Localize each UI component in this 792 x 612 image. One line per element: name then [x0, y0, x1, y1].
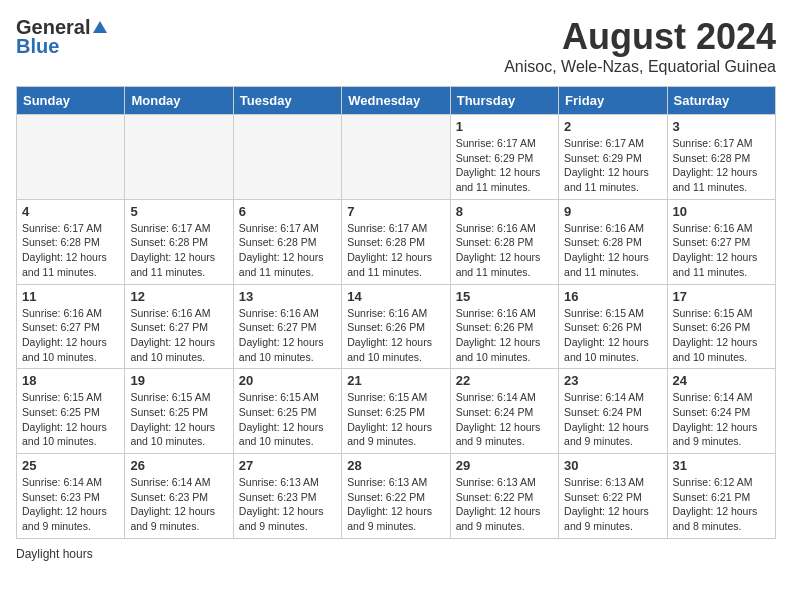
table-row: 11Sunrise: 6:16 AM Sunset: 6:27 PM Dayli…	[17, 284, 125, 369]
table-row	[342, 115, 450, 200]
day-info: Sunrise: 6:12 AM Sunset: 6:21 PM Dayligh…	[673, 475, 770, 534]
day-number: 26	[130, 458, 227, 473]
day-info: Sunrise: 6:17 AM Sunset: 6:28 PM Dayligh…	[673, 136, 770, 195]
day-number: 29	[456, 458, 553, 473]
table-row: 26Sunrise: 6:14 AM Sunset: 6:23 PM Dayli…	[125, 454, 233, 539]
day-info: Sunrise: 6:13 AM Sunset: 6:22 PM Dayligh…	[347, 475, 444, 534]
title-area: August 2024 Anisoc, Wele-Nzas, Equatoria…	[504, 16, 776, 76]
day-info: Sunrise: 6:14 AM Sunset: 6:24 PM Dayligh…	[456, 390, 553, 449]
day-info: Sunrise: 6:16 AM Sunset: 6:27 PM Dayligh…	[239, 306, 336, 365]
location: Anisoc, Wele-Nzas, Equatorial Guinea	[504, 58, 776, 76]
day-number: 9	[564, 204, 661, 219]
day-number: 30	[564, 458, 661, 473]
day-number: 4	[22, 204, 119, 219]
day-number: 13	[239, 289, 336, 304]
calendar-table: Sunday Monday Tuesday Wednesday Thursday…	[16, 86, 776, 539]
day-info: Sunrise: 6:14 AM Sunset: 6:24 PM Dayligh…	[564, 390, 661, 449]
day-number: 15	[456, 289, 553, 304]
day-info: Sunrise: 6:17 AM Sunset: 6:29 PM Dayligh…	[456, 136, 553, 195]
calendar-week-row: 25Sunrise: 6:14 AM Sunset: 6:23 PM Dayli…	[17, 454, 776, 539]
table-row: 17Sunrise: 6:15 AM Sunset: 6:26 PM Dayli…	[667, 284, 775, 369]
table-row: 21Sunrise: 6:15 AM Sunset: 6:25 PM Dayli…	[342, 369, 450, 454]
day-number: 11	[22, 289, 119, 304]
table-row: 15Sunrise: 6:16 AM Sunset: 6:26 PM Dayli…	[450, 284, 558, 369]
table-row: 31Sunrise: 6:12 AM Sunset: 6:21 PM Dayli…	[667, 454, 775, 539]
day-info: Sunrise: 6:16 AM Sunset: 6:28 PM Dayligh…	[564, 221, 661, 280]
table-row: 6Sunrise: 6:17 AM Sunset: 6:28 PM Daylig…	[233, 199, 341, 284]
col-friday: Friday	[559, 87, 667, 115]
day-number: 22	[456, 373, 553, 388]
day-number: 28	[347, 458, 444, 473]
day-number: 24	[673, 373, 770, 388]
calendar-week-row: 18Sunrise: 6:15 AM Sunset: 6:25 PM Dayli…	[17, 369, 776, 454]
day-info: Sunrise: 6:17 AM Sunset: 6:28 PM Dayligh…	[239, 221, 336, 280]
day-number: 27	[239, 458, 336, 473]
col-monday: Monday	[125, 87, 233, 115]
day-info: Sunrise: 6:14 AM Sunset: 6:23 PM Dayligh…	[130, 475, 227, 534]
day-number: 3	[673, 119, 770, 134]
day-info: Sunrise: 6:17 AM Sunset: 6:28 PM Dayligh…	[347, 221, 444, 280]
table-row: 2Sunrise: 6:17 AM Sunset: 6:29 PM Daylig…	[559, 115, 667, 200]
table-row: 30Sunrise: 6:13 AM Sunset: 6:22 PM Dayli…	[559, 454, 667, 539]
day-number: 7	[347, 204, 444, 219]
day-number: 8	[456, 204, 553, 219]
day-number: 19	[130, 373, 227, 388]
day-info: Sunrise: 6:16 AM Sunset: 6:27 PM Dayligh…	[673, 221, 770, 280]
day-info: Sunrise: 6:15 AM Sunset: 6:26 PM Dayligh…	[564, 306, 661, 365]
table-row	[233, 115, 341, 200]
day-info: Sunrise: 6:17 AM Sunset: 6:28 PM Dayligh…	[130, 221, 227, 280]
table-row: 12Sunrise: 6:16 AM Sunset: 6:27 PM Dayli…	[125, 284, 233, 369]
table-row: 18Sunrise: 6:15 AM Sunset: 6:25 PM Dayli…	[17, 369, 125, 454]
table-row: 29Sunrise: 6:13 AM Sunset: 6:22 PM Dayli…	[450, 454, 558, 539]
day-number: 25	[22, 458, 119, 473]
table-row: 19Sunrise: 6:15 AM Sunset: 6:25 PM Dayli…	[125, 369, 233, 454]
table-row: 24Sunrise: 6:14 AM Sunset: 6:24 PM Dayli…	[667, 369, 775, 454]
day-info: Sunrise: 6:16 AM Sunset: 6:26 PM Dayligh…	[456, 306, 553, 365]
table-row: 14Sunrise: 6:16 AM Sunset: 6:26 PM Dayli…	[342, 284, 450, 369]
day-info: Sunrise: 6:14 AM Sunset: 6:23 PM Dayligh…	[22, 475, 119, 534]
day-info: Sunrise: 6:14 AM Sunset: 6:24 PM Dayligh…	[673, 390, 770, 449]
day-info: Sunrise: 6:13 AM Sunset: 6:22 PM Dayligh…	[456, 475, 553, 534]
day-number: 16	[564, 289, 661, 304]
day-number: 6	[239, 204, 336, 219]
day-number: 14	[347, 289, 444, 304]
page-header: General Blue August 2024 Anisoc, Wele-Nz…	[16, 16, 776, 76]
day-number: 23	[564, 373, 661, 388]
day-info: Sunrise: 6:15 AM Sunset: 6:25 PM Dayligh…	[130, 390, 227, 449]
calendar-week-row: 1Sunrise: 6:17 AM Sunset: 6:29 PM Daylig…	[17, 115, 776, 200]
table-row	[17, 115, 125, 200]
table-row: 16Sunrise: 6:15 AM Sunset: 6:26 PM Dayli…	[559, 284, 667, 369]
logo-blue-text: Blue	[16, 35, 59, 58]
table-row: 1Sunrise: 6:17 AM Sunset: 6:29 PM Daylig…	[450, 115, 558, 200]
day-number: 5	[130, 204, 227, 219]
day-info: Sunrise: 6:13 AM Sunset: 6:23 PM Dayligh…	[239, 475, 336, 534]
day-number: 21	[347, 373, 444, 388]
day-number: 12	[130, 289, 227, 304]
table-row: 28Sunrise: 6:13 AM Sunset: 6:22 PM Dayli…	[342, 454, 450, 539]
day-number: 31	[673, 458, 770, 473]
col-sunday: Sunday	[17, 87, 125, 115]
day-info: Sunrise: 6:17 AM Sunset: 6:29 PM Dayligh…	[564, 136, 661, 195]
table-row: 8Sunrise: 6:16 AM Sunset: 6:28 PM Daylig…	[450, 199, 558, 284]
table-row: 27Sunrise: 6:13 AM Sunset: 6:23 PM Dayli…	[233, 454, 341, 539]
calendar-week-row: 11Sunrise: 6:16 AM Sunset: 6:27 PM Dayli…	[17, 284, 776, 369]
day-number: 17	[673, 289, 770, 304]
day-info: Sunrise: 6:16 AM Sunset: 6:28 PM Dayligh…	[456, 221, 553, 280]
col-wednesday: Wednesday	[342, 87, 450, 115]
day-info: Sunrise: 6:17 AM Sunset: 6:28 PM Dayligh…	[22, 221, 119, 280]
month-year: August 2024	[504, 16, 776, 58]
col-tuesday: Tuesday	[233, 87, 341, 115]
day-info: Sunrise: 6:16 AM Sunset: 6:27 PM Dayligh…	[22, 306, 119, 365]
day-number: 18	[22, 373, 119, 388]
day-number: 10	[673, 204, 770, 219]
logo: General Blue	[16, 16, 110, 58]
table-row: 20Sunrise: 6:15 AM Sunset: 6:25 PM Dayli…	[233, 369, 341, 454]
svg-marker-0	[93, 21, 107, 33]
table-row: 3Sunrise: 6:17 AM Sunset: 6:28 PM Daylig…	[667, 115, 775, 200]
day-info: Sunrise: 6:15 AM Sunset: 6:25 PM Dayligh…	[22, 390, 119, 449]
table-row	[125, 115, 233, 200]
day-number: 2	[564, 119, 661, 134]
day-info: Sunrise: 6:15 AM Sunset: 6:25 PM Dayligh…	[347, 390, 444, 449]
col-thursday: Thursday	[450, 87, 558, 115]
table-row: 5Sunrise: 6:17 AM Sunset: 6:28 PM Daylig…	[125, 199, 233, 284]
